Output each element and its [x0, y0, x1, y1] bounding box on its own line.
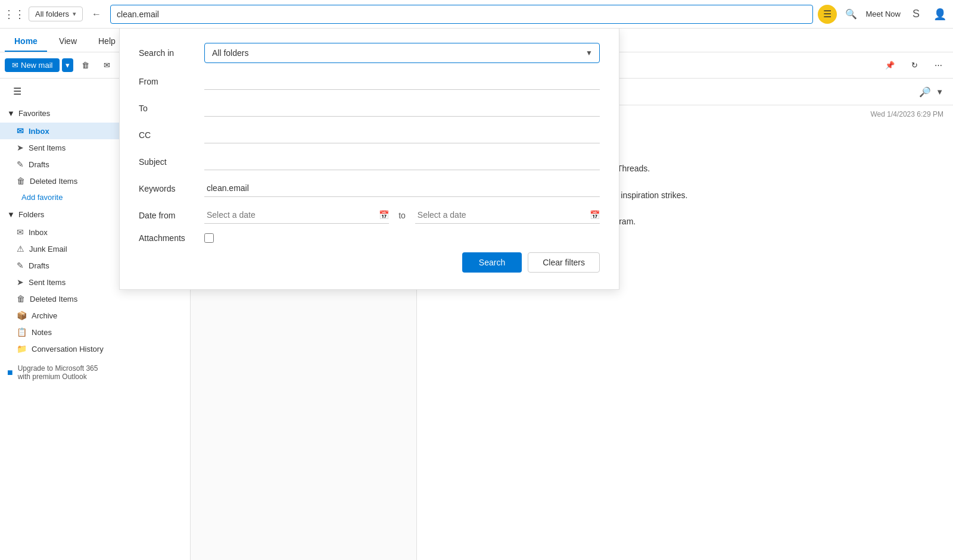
- delete-button[interactable]: 🗑: [76, 58, 95, 72]
- cc-label: CC: [139, 130, 204, 140]
- sidebar-item-notes[interactable]: 📋 Notes: [0, 324, 190, 340]
- subject-label: Subject: [139, 157, 204, 167]
- clear-filters-button[interactable]: Clear filters: [528, 252, 600, 273]
- junk-icon: ⚠: [17, 244, 24, 254]
- sidebar-item-label: Notes: [32, 328, 52, 337]
- drafts-icon-2: ✎: [17, 261, 24, 270]
- subject-input[interactable]: [204, 153, 600, 170]
- new-mail-icon: ✉: [12, 61, 18, 70]
- to-label: To: [139, 104, 204, 113]
- filter-button[interactable]: ☰: [818, 5, 837, 24]
- cc-input[interactable]: [204, 126, 600, 143]
- sidebar-item-label: Drafts: [29, 160, 49, 169]
- top-bar: ⋮⋮ All folders ▾ ← ☰ 🔍 Meet Now S 👤: [0, 0, 953, 29]
- date-from-wrap: 📅: [204, 207, 389, 224]
- zoom-button[interactable]: 🔎: [917, 83, 933, 100]
- sidebar-item-label: Sent Items: [29, 143, 66, 152]
- date-from-label: Date from: [139, 211, 204, 220]
- folder-selector-label: All folders: [35, 10, 69, 18]
- upgrade-icon: ■: [7, 367, 13, 378]
- calendar-to-icon[interactable]: 📅: [590, 210, 600, 220]
- skype-icon[interactable]: S: [908, 6, 924, 23]
- keywords-label: Keywords: [139, 184, 204, 193]
- zoom-chevron: ▼: [936, 87, 943, 96]
- notes-icon: 📋: [17, 327, 27, 337]
- sidebar-item-label: Drafts: [29, 261, 49, 270]
- upgrade-text: Upgrade to Microsoft 365with premium Out…: [18, 364, 98, 381]
- back-button[interactable]: ←: [88, 5, 105, 23]
- app-grid-icon[interactable]: ⋮⋮: [5, 5, 24, 24]
- deleted-icon: 🗑: [17, 176, 25, 186]
- filter-row-from: From: [139, 73, 600, 90]
- sidebar-item-label: Sent Items: [29, 278, 66, 287]
- filter-panel: Search in All folders ▼ From To CC Subje…: [119, 29, 619, 290]
- deleted-icon-2: 🗑: [17, 294, 25, 304]
- sent-icon: ➤: [17, 143, 24, 152]
- zoom-controls: 🔎 ▼: [917, 83, 943, 100]
- filter-row-date: Date from 📅 to 📅: [139, 207, 600, 224]
- calendar-from-icon[interactable]: 📅: [379, 210, 389, 220]
- filter-row-search-in: Search in All folders ▼: [139, 43, 600, 63]
- upgrade-box[interactable]: ■ Upgrade to Microsoft 365with premium O…: [0, 357, 190, 388]
- sidebar-item-label: Conversation History: [32, 345, 104, 353]
- sidebar-item-label: Archive: [32, 311, 57, 320]
- search-in-select[interactable]: All folders: [204, 43, 600, 63]
- inbox-icon: ✉: [17, 126, 24, 136]
- sent-icon-2: ➤: [17, 277, 24, 287]
- tab-view[interactable]: View: [49, 32, 86, 52]
- to-input[interactable]: [204, 99, 600, 117]
- sidebar-item-deleted[interactable]: 🗑 Deleted Items: [0, 290, 190, 307]
- from-input[interactable]: [204, 73, 600, 90]
- date-from-container: 📅 to 📅: [204, 207, 600, 224]
- attachments-label: Attachments: [139, 233, 204, 243]
- search-in-select-container: All folders ▼: [204, 43, 600, 63]
- pin-button[interactable]: 📌: [879, 58, 901, 72]
- search-icon[interactable]: 🔍: [842, 5, 861, 24]
- date-to-separator: to: [394, 211, 410, 220]
- sidebar-item-label: Inbox: [29, 228, 48, 237]
- filter-row-cc: CC: [139, 126, 600, 143]
- new-mail-dropdown[interactable]: ▾: [62, 58, 73, 72]
- conversation-icon: 📁: [17, 344, 27, 353]
- new-mail-button[interactable]: ✉ New mail: [5, 58, 60, 72]
- toolbar-action-2[interactable]: ✉: [98, 58, 116, 72]
- date-from-input[interactable]: [204, 207, 376, 223]
- from-label: From: [139, 77, 204, 86]
- inbox-icon: ✉: [17, 227, 24, 237]
- search-input[interactable]: [110, 5, 813, 24]
- search-in-label: Search in: [139, 48, 204, 58]
- filter-row-to: To: [139, 99, 600, 117]
- drafts-icon: ✎: [17, 159, 24, 169]
- keywords-input[interactable]: [204, 180, 600, 197]
- date-to-wrap: 📅: [415, 207, 600, 224]
- filter-row-keywords: Keywords: [139, 180, 600, 197]
- sidebar-item-archive[interactable]: 📦 Archive: [0, 307, 190, 324]
- sidebar-collapse-button[interactable]: ☰: [7, 83, 27, 99]
- filter-actions: Search Clear filters: [139, 252, 600, 273]
- search-button[interactable]: Search: [462, 252, 522, 273]
- more-options-button[interactable]: ⋯: [929, 58, 948, 72]
- attachments-checkbox[interactable]: [204, 233, 214, 243]
- archive-icon: 📦: [17, 311, 27, 320]
- attachments-checkbox-wrap: [204, 233, 600, 243]
- undo-button[interactable]: ↻: [905, 58, 924, 72]
- filter-row-attachments: Attachments: [139, 233, 600, 243]
- favorites-label: Favorites: [18, 109, 50, 118]
- folders-label: Folders: [18, 210, 44, 219]
- sidebar-item-conversation-history[interactable]: 📁 Conversation History: [0, 340, 190, 357]
- meet-now-button[interactable]: Meet Now: [865, 10, 901, 18]
- chevron-down-icon: ▼: [7, 109, 15, 118]
- new-mail-label: New mail: [21, 61, 52, 70]
- sidebar-item-label: Inbox: [29, 127, 49, 136]
- toolbar-right-icons: 📌 ↻ ⋯: [879, 58, 948, 72]
- chevron-down-icon: ▾: [66, 61, 70, 70]
- profile-icon[interactable]: 👤: [932, 6, 948, 23]
- sidebar-item-label: Junk Email: [29, 245, 67, 254]
- tab-home[interactable]: Home: [5, 32, 47, 52]
- filter-row-subject: Subject: [139, 153, 600, 170]
- date-to-input[interactable]: [415, 207, 587, 223]
- folder-selector[interactable]: All folders ▾: [29, 7, 83, 21]
- sidebar-item-label: Deleted Items: [30, 295, 77, 304]
- top-right-icons: Meet Now S 👤: [865, 6, 948, 23]
- chevron-down-icon: ▼: [7, 210, 15, 219]
